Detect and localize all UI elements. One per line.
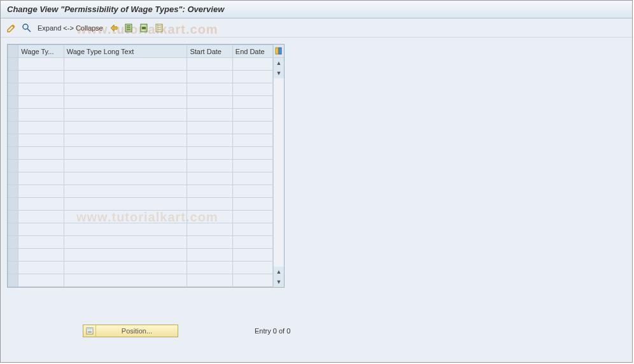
row-selector[interactable] (8, 160, 18, 172)
scroll-down-icon[interactable]: ▼ (274, 68, 284, 78)
cell-long-text[interactable] (64, 262, 187, 274)
cell-wage-type[interactable] (18, 262, 64, 274)
vertical-scrollbar[interactable]: ▲ ▼ ▲ ▼ (273, 45, 284, 287)
cell-long-text[interactable] (64, 58, 187, 71)
table-row[interactable] (8, 185, 273, 198)
table-row[interactable] (8, 83, 273, 96)
table-row[interactable] (8, 236, 273, 249)
cell-long-text[interactable] (64, 147, 187, 160)
cell-long-text[interactable] (64, 71, 187, 83)
cell-start-date[interactable] (187, 185, 232, 198)
cell-long-text[interactable] (64, 236, 187, 249)
scroll-down-icon[interactable]: ▼ (274, 277, 284, 287)
cell-start-date[interactable] (187, 96, 232, 109)
cell-start-date[interactable] (187, 172, 232, 185)
deselect-all-icon[interactable] (154, 22, 166, 34)
cell-wage-type[interactable] (18, 109, 64, 122)
cell-long-text[interactable] (64, 160, 187, 172)
cell-start-date[interactable] (187, 83, 232, 96)
row-selector[interactable] (8, 172, 18, 185)
cell-start-date[interactable] (187, 134, 232, 147)
table-row[interactable] (8, 58, 273, 71)
cell-start-date[interactable] (187, 274, 232, 287)
cell-long-text[interactable] (64, 134, 187, 147)
row-selector[interactable] (8, 262, 18, 274)
cell-wage-type[interactable] (18, 185, 64, 198)
row-selector[interactable] (8, 109, 18, 122)
cell-end-date[interactable] (232, 185, 272, 198)
table-row[interactable] (8, 147, 273, 160)
cell-start-date[interactable] (187, 160, 232, 172)
cell-wage-type[interactable] (18, 236, 64, 249)
scroll-track[interactable] (274, 78, 284, 267)
cell-wage-type[interactable] (18, 211, 64, 223)
select-all-icon[interactable] (123, 22, 135, 34)
scroll-up-icon[interactable]: ▲ (274, 58, 284, 68)
column-start-date[interactable]: Start Date (187, 45, 232, 58)
cell-end-date[interactable] (232, 262, 272, 274)
row-selector[interactable] (8, 223, 18, 236)
row-selector[interactable] (8, 96, 18, 109)
cell-end-date[interactable] (232, 172, 272, 185)
cell-end-date[interactable] (232, 223, 272, 236)
cell-start-date[interactable] (187, 223, 232, 236)
cell-wage-type[interactable] (18, 249, 64, 262)
row-selector[interactable] (8, 147, 18, 160)
cell-end-date[interactable] (232, 249, 272, 262)
row-selector[interactable] (8, 185, 18, 198)
change-icon[interactable] (6, 22, 17, 34)
row-selector[interactable] (8, 83, 18, 96)
select-block-icon[interactable] (139, 22, 150, 34)
cell-start-date[interactable] (187, 198, 232, 211)
cell-start-date[interactable] (187, 122, 232, 134)
table-row[interactable] (8, 96, 273, 109)
cell-start-date[interactable] (187, 109, 232, 122)
cell-long-text[interactable] (64, 83, 187, 96)
cell-long-text[interactable] (64, 223, 187, 236)
table-row[interactable] (8, 160, 273, 172)
table-row[interactable] (8, 172, 273, 185)
cell-long-text[interactable] (64, 185, 187, 198)
table-row[interactable] (8, 262, 273, 274)
position-button[interactable]: Position... (83, 325, 178, 337)
cell-start-date[interactable] (187, 249, 232, 262)
cell-long-text[interactable] (64, 274, 187, 287)
table-row[interactable] (8, 249, 273, 262)
cell-wage-type[interactable] (18, 134, 64, 147)
table-row[interactable] (8, 198, 273, 211)
table-row[interactable] (8, 134, 273, 147)
cell-end-date[interactable] (232, 198, 272, 211)
cell-end-date[interactable] (232, 236, 272, 249)
cell-start-date[interactable] (187, 58, 232, 71)
cell-end-date[interactable] (232, 71, 272, 83)
cell-end-date[interactable] (232, 58, 272, 71)
cell-start-date[interactable] (187, 236, 232, 249)
table-row[interactable] (8, 71, 273, 83)
cell-start-date[interactable] (187, 71, 232, 83)
cell-start-date[interactable] (187, 147, 232, 160)
cell-long-text[interactable] (64, 96, 187, 109)
table-row[interactable] (8, 122, 273, 134)
row-selector[interactable] (8, 122, 18, 134)
cell-wage-type[interactable] (18, 198, 64, 211)
cell-end-date[interactable] (232, 147, 272, 160)
cell-start-date[interactable] (187, 211, 232, 223)
cell-wage-type[interactable] (18, 122, 64, 134)
cell-wage-type[interactable] (18, 147, 64, 160)
table-row[interactable] (8, 274, 273, 287)
cell-end-date[interactable] (232, 96, 272, 109)
cell-wage-type[interactable] (18, 71, 64, 83)
row-selector[interactable] (8, 236, 18, 249)
cell-end-date[interactable] (232, 83, 272, 96)
table-row[interactable] (8, 109, 273, 122)
column-end-date[interactable]: End Date (232, 45, 272, 58)
delimit-icon[interactable] (108, 22, 120, 34)
cell-long-text[interactable] (64, 172, 187, 185)
cell-wage-type[interactable] (18, 83, 64, 96)
row-selector[interactable] (8, 249, 18, 262)
expand-collapse-button[interactable]: Expand <-> Collapse (36, 24, 104, 32)
cell-end-date[interactable] (232, 274, 272, 287)
table-row[interactable] (8, 223, 273, 236)
cell-end-date[interactable] (232, 134, 272, 147)
column-long-text[interactable]: Wage Type Long Text (64, 45, 187, 58)
